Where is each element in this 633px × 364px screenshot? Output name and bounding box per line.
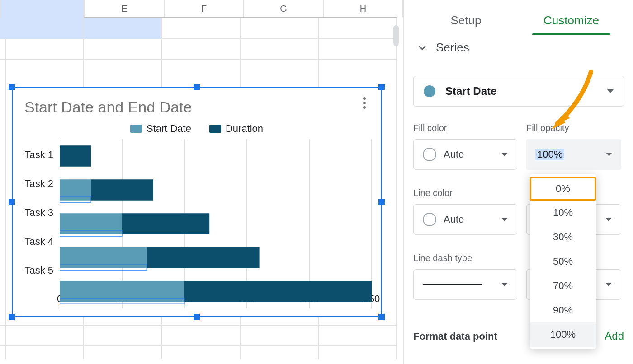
embedded-chart[interactable]: Start Date and End Date Start Date Durat… [12, 87, 382, 317]
svg-rect-29 [60, 281, 184, 302]
legend-label: Start Date [146, 123, 191, 135]
label-fill-opacity: Fill opacity [526, 123, 569, 133]
opacity-option-0[interactable]: 0% [530, 177, 596, 201]
svg-rect-24 [122, 213, 209, 234]
color-preview-icon [423, 213, 436, 226]
chart-menu-button[interactable] [357, 96, 372, 110]
color-preview-icon [423, 148, 436, 161]
col-header-g[interactable]: G [244, 0, 324, 17]
line-dash-preview [423, 284, 482, 285]
opacity-option-70[interactable]: 70% [530, 274, 596, 298]
resize-handle-bl[interactable] [9, 314, 15, 320]
line-color-dropdown[interactable]: Auto [413, 204, 517, 235]
fill-color-dropdown[interactable]: Auto [413, 139, 517, 170]
cell-selected-e[interactable] [84, 18, 162, 39]
chevron-down-icon [501, 153, 508, 156]
legend-item-start-date[interactable]: Start Date [130, 123, 191, 135]
chevron-down-icon [501, 283, 508, 286]
resize-handle-br[interactable] [378, 314, 385, 320]
svg-rect-19 [60, 145, 91, 167]
col-header-h[interactable]: H [324, 0, 403, 17]
resize-handle-tr[interactable] [378, 84, 385, 90]
add-data-point-button[interactable]: Add [605, 330, 624, 342]
chevron-down-icon [605, 218, 612, 221]
resize-handle-ml[interactable] [9, 199, 15, 205]
opacity-option-90[interactable]: 90% [530, 298, 596, 322]
section-series-header[interactable]: Series [417, 41, 469, 55]
fill-opacity-menu[interactable]: 0% 10% 30% 50% 70% 90% 100% [530, 174, 596, 349]
svg-rect-21 [91, 179, 153, 201]
series-selector[interactable]: Start Date [413, 76, 624, 107]
opacity-option-50[interactable]: 50% [530, 249, 596, 274]
chevron-down-icon [417, 42, 428, 53]
chart-y-labels: Task 1 Task 2 Task 3 Task 4 Task 5 [23, 139, 58, 293]
chevron-down-icon [607, 89, 614, 93]
label-format-data-point: Format data point [413, 331, 497, 342]
chart-editor-tabs: Setup Customize [413, 9, 624, 33]
series-selected-label: Start Date [445, 85, 496, 98]
cell-selected-d[interactable] [0, 18, 84, 39]
resize-handle-tl[interactable] [9, 84, 15, 90]
legend-item-duration[interactable]: Duration [209, 123, 263, 135]
chart-plot-area [60, 139, 372, 308]
label-line-dash: Line dash type [413, 253, 472, 263]
label-fill-color: Fill color [413, 123, 447, 133]
fill-opacity-dropdown[interactable]: 100% [526, 139, 621, 170]
svg-rect-23 [60, 213, 122, 234]
chevron-down-icon [605, 283, 612, 286]
resize-handle-tm[interactable] [194, 84, 200, 90]
tab-setup[interactable]: Setup [413, 9, 519, 33]
opacity-option-100[interactable]: 100% [530, 322, 596, 347]
col-header-e[interactable]: E [85, 0, 165, 17]
opacity-option-30[interactable]: 30% [530, 225, 596, 249]
chevron-down-icon [501, 218, 508, 221]
legend-swatch-start-date [130, 125, 142, 133]
tab-customize[interactable]: Customize [519, 9, 624, 33]
chevron-down-icon [606, 153, 612, 156]
svg-rect-26 [60, 247, 147, 268]
chart-title[interactable]: Start Date and End Date [24, 98, 192, 116]
chart-legend: Start Date Duration [14, 123, 379, 135]
resize-handle-mr[interactable] [378, 199, 385, 205]
spreadsheet-grid: D E F G H Start Date and [0, 0, 403, 364]
svg-rect-20 [60, 179, 91, 201]
col-header-f[interactable]: F [165, 0, 244, 17]
resize-handle-bm[interactable] [194, 314, 200, 320]
vertical-scrollbar-thumb[interactable] [393, 25, 399, 46]
series-color-dot [424, 85, 435, 97]
chart-editor-sidebar: Setup Customize Series Start Date Fill c… [403, 0, 633, 364]
opacity-option-10[interactable]: 10% [530, 201, 596, 225]
label-line-color: Line color [413, 188, 453, 198]
svg-rect-30 [184, 281, 372, 302]
legend-label: Duration [226, 123, 263, 135]
legend-swatch-duration [209, 125, 221, 133]
line-dash-dropdown[interactable] [413, 269, 517, 300]
svg-rect-27 [147, 247, 259, 268]
